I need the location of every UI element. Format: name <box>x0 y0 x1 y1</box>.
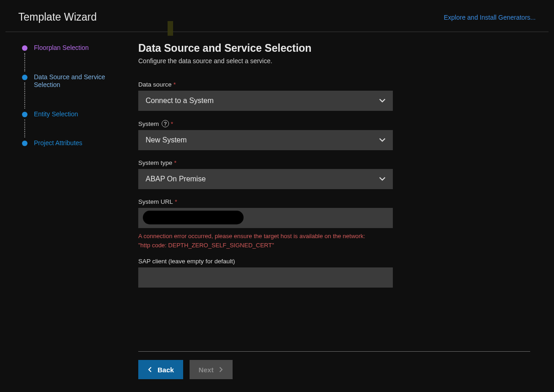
field-sap-client: SAP client (leave empty for default) <box>138 258 395 288</box>
step-dot-icon <box>22 45 27 51</box>
step-label: Entity Selection <box>34 110 78 119</box>
field-system-type: System type * ABAP On Premise <box>138 159 395 189</box>
step-label: Floorplan Selection <box>34 44 89 52</box>
step-label: Project Attributes <box>34 139 82 147</box>
field-label-text: System type <box>138 159 172 166</box>
step-dot-icon <box>22 75 27 80</box>
back-button[interactable]: Back <box>138 360 183 379</box>
step-connector <box>24 120 25 138</box>
step-connector <box>24 82 25 109</box>
field-system-url: System URL * <box>138 198 395 228</box>
field-label-text: Data source <box>138 81 172 88</box>
wizard-footer: Back Next <box>138 351 530 379</box>
chevron-down-icon <box>379 137 386 143</box>
button-label: Back <box>158 366 174 374</box>
sap-client-input[interactable] <box>138 267 393 288</box>
step-project-attributes[interactable]: Project Attributes <box>22 139 133 147</box>
system-select[interactable]: New System <box>138 130 393 150</box>
select-value: Connect to a System <box>146 97 214 105</box>
required-asterisk: * <box>171 120 173 127</box>
header: Template Wizard Explore and Install Gene… <box>5 5 549 32</box>
highlight-artifact <box>168 21 173 36</box>
button-label: Next <box>199 366 214 374</box>
field-system: System ? * New System <box>138 120 395 150</box>
error-line: "http code: DEPTH_ZERO_SELF_SIGNED_CERT" <box>138 242 274 249</box>
required-asterisk: * <box>175 198 177 205</box>
chevron-down-icon <box>379 176 386 182</box>
connection-error-message: A connection error occurred, please ensu… <box>138 232 393 250</box>
main-panel: Data Source and Service Selection Config… <box>138 39 549 379</box>
step-dot-icon <box>22 112 27 117</box>
help-icon[interactable]: ? <box>162 120 169 127</box>
redacted-overlay <box>143 211 244 224</box>
section-heading: Data Source and Service Selection <box>138 42 539 54</box>
step-entity-selection[interactable]: Entity Selection <box>22 110 133 140</box>
field-data-source: Data source * Connect to a System <box>138 81 395 111</box>
required-asterisk: * <box>174 159 176 166</box>
error-line: A connection error occurred, please ensu… <box>138 233 365 240</box>
required-asterisk: * <box>174 81 176 88</box>
explore-generators-link[interactable]: Explore and Install Generators... <box>444 14 536 21</box>
step-dot-icon <box>22 141 27 146</box>
next-button: Next <box>190 360 233 379</box>
field-label-text: System <box>138 120 159 127</box>
step-label: Data Source and Service Selection <box>34 73 121 89</box>
step-floorplan-selection[interactable]: Floorplan Selection <box>22 44 133 73</box>
system-type-select[interactable]: ABAP On Premise <box>138 169 393 189</box>
chevron-right-icon <box>218 367 223 372</box>
select-value: ABAP On Premise <box>146 175 206 183</box>
page-title: Template Wizard <box>18 11 97 23</box>
select-value: New System <box>146 136 187 144</box>
field-label-text: SAP client (leave empty for default) <box>138 258 235 265</box>
wizard-steps: Floorplan Selection Data Source and Serv… <box>5 39 138 379</box>
field-label-text: System URL <box>138 198 173 205</box>
step-connector <box>24 53 25 71</box>
chevron-down-icon <box>379 98 386 104</box>
data-source-select[interactable]: Connect to a System <box>138 91 393 111</box>
step-data-source-service[interactable]: Data Source and Service Selection <box>22 73 133 110</box>
section-subtitle: Configure the data source and select a s… <box>138 57 539 65</box>
chevron-left-icon <box>147 367 153 372</box>
